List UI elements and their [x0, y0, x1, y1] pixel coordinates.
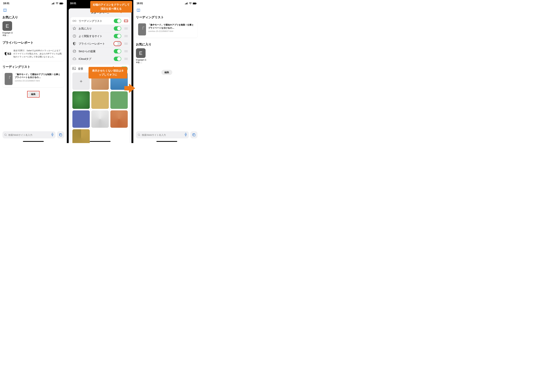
item-label: リーディングリスト [79, 19, 112, 23]
panel-middle: 18:01 スタートペー... リーディングリスト お気に入り よく閲覧するサイ… [67, 0, 133, 143]
svg-rect-18 [196, 3, 197, 4]
svg-point-10 [75, 20, 76, 21]
privacy-count: 63 [5, 52, 11, 56]
list-item: リーディングリスト [71, 17, 130, 25]
reading-list-title: 「集中モード」で通知やアプリを制限！仕事とプライベートを分けるの… [15, 73, 62, 79]
item-label: お気に入り [79, 27, 112, 30]
status-time: 18:01 [70, 2, 76, 5]
toggle-switch[interactable] [114, 34, 121, 38]
privacy-heading: プライバシーレポート [2, 41, 64, 45]
home-indicator [23, 141, 44, 142]
svg-rect-8 [60, 134, 62, 136]
bg-tile[interactable] [110, 91, 128, 109]
privacy-report-card[interactable]: 63 過去7日間で、Safariでは63件のトラッカーによるプロファイリングが阻… [2, 47, 64, 61]
tabs-button[interactable] [190, 131, 197, 138]
item-label: プライバシーレポート [79, 42, 112, 46]
edit-button[interactable]: 編集 [161, 70, 172, 75]
favorite-tile[interactable]: E [2, 21, 12, 31]
favorite-caption: Engadget 日本版 :... [2, 32, 13, 36]
search-input[interactable] [8, 134, 50, 136]
toggle-switch[interactable] [114, 57, 121, 61]
highlight-box: 編集 [27, 91, 40, 98]
background-grid: ＋ [72, 72, 128, 143]
cloud-icon [72, 57, 76, 61]
star-icon [72, 27, 76, 30]
image-icon [72, 67, 76, 70]
tabs-icon [59, 133, 62, 137]
drag-handle-icon[interactable] [124, 20, 128, 22]
toggle-switch[interactable] [114, 26, 121, 31]
reading-list-url: com/ios-15-221058637.html [148, 30, 195, 32]
clock-icon [72, 34, 76, 38]
reading-list-url: com/ios-15-221058637.html [15, 80, 62, 82]
drag-handle-icon[interactable] [124, 43, 128, 45]
search-icon [4, 134, 7, 136]
bg-add-tile[interactable]: ＋ [72, 72, 90, 90]
favorite-tile[interactable]: E [136, 48, 145, 58]
shield-half-icon [5, 52, 7, 56]
address-bar[interactable] [2, 131, 56, 138]
svg-rect-1 [60, 3, 63, 4]
status-time: 18:01 [3, 2, 9, 5]
cellular-icon [185, 2, 188, 4]
search-icon [138, 134, 140, 136]
reading-list-thumb: 「 [5, 73, 13, 85]
status-icons [185, 2, 197, 5]
svg-line-21 [139, 135, 140, 136]
drag-handle-icon[interactable] [124, 58, 128, 60]
bg-tile[interactable] [72, 129, 90, 143]
item-label: iCloudタブ [79, 57, 112, 61]
wifi-icon [56, 2, 58, 5]
address-bar[interactable] [136, 131, 189, 138]
bg-tile[interactable] [91, 110, 109, 128]
bg-tile[interactable] [110, 110, 128, 128]
search-input[interactable] [142, 134, 183, 136]
battery-icon [193, 2, 197, 5]
bookmarks-icon[interactable] [137, 9, 197, 12]
cellular-icon [52, 2, 55, 4]
drag-handle-icon[interactable] [124, 35, 128, 37]
bottom-toolbar [136, 131, 197, 138]
battery-icon [59, 2, 64, 5]
item-label: Siriからの提案 [79, 49, 112, 53]
tabs-icon [192, 133, 196, 137]
svg-point-9 [73, 20, 74, 21]
drag-handle-icon[interactable] [124, 28, 128, 29]
status-bar: 18:01 [133, 0, 200, 7]
callout-toggle: 表示させたくない項目はタップしてオフに [88, 67, 127, 78]
list-item: Siriからの提案 [71, 47, 130, 55]
favorites-heading: お気に入り [2, 15, 64, 19]
favorites-heading: お気に入り [136, 42, 197, 46]
bg-tile[interactable] [72, 110, 90, 128]
siri-icon [72, 49, 76, 53]
callout-drag: 右端のアイコンをドラッグして項目を並べ替える [90, 1, 132, 13]
list-item: iCloudタブ [71, 55, 130, 63]
glasses-icon [72, 19, 76, 23]
panel-right: 18:01 リーディングリスト 「 「集中モード」で通知やアプリを制限！仕事とプ… [133, 0, 200, 143]
reading-list-heading: リーディングリスト [2, 65, 64, 69]
mic-icon[interactable] [184, 133, 187, 137]
bg-tile[interactable] [72, 91, 90, 109]
list-item: プライバシーレポート [71, 40, 130, 47]
reading-list-title: 「集中モード」で通知やアプリを制限！仕事とプライベートを分けるの… [148, 23, 195, 29]
svg-point-4 [5, 134, 6, 136]
toggle-switch[interactable] [114, 42, 121, 46]
arrow-right-icon [129, 84, 140, 93]
drag-handle-icon[interactable] [124, 50, 128, 52]
reading-list-card[interactable]: 「 「集中モード」で通知やアプリを制限！仕事とプライベートを分けるの… com/… [2, 71, 64, 87]
toggle-switch[interactable] [114, 19, 121, 23]
startpage-items-list: リーディングリスト お気に入り よく閲覧するサイト プライバシーレポート [71, 17, 130, 63]
bg-tile[interactable] [91, 91, 109, 109]
reading-list-card[interactable]: 「 「集中モード」で通知やアプリを制限！仕事とプライベートを分けるの… com/… [136, 21, 197, 38]
toggle-switch[interactable] [114, 49, 121, 53]
mic-icon[interactable] [51, 133, 54, 137]
bookmarks-icon[interactable] [3, 9, 64, 12]
tabs-button[interactable] [57, 131, 64, 138]
wifi-icon [189, 2, 192, 5]
svg-rect-17 [193, 3, 196, 4]
svg-point-15 [73, 68, 74, 68]
bottom-toolbar [2, 131, 64, 138]
reading-list-thumb: 「 [138, 23, 146, 35]
status-bar: 18:01 [0, 0, 67, 7]
edit-button[interactable]: 編集 [28, 92, 39, 97]
